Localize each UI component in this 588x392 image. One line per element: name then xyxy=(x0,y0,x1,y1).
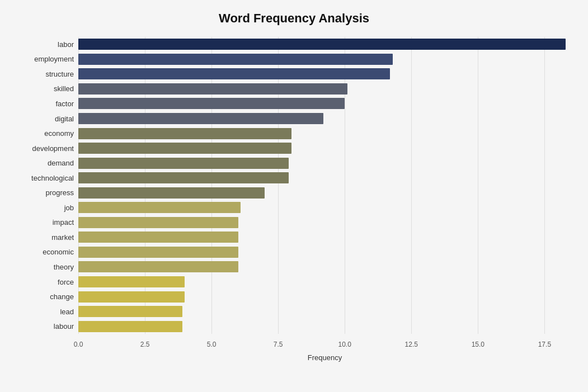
x-tick: 0.0 xyxy=(74,341,83,348)
bar-row xyxy=(78,319,571,334)
y-label: skilled xyxy=(17,82,78,96)
bar xyxy=(78,54,393,65)
bar xyxy=(78,291,185,303)
y-label: economic xyxy=(17,245,78,259)
y-label: force xyxy=(17,275,78,289)
y-label: technological xyxy=(17,171,78,185)
y-label: lead xyxy=(17,304,78,319)
bar xyxy=(78,202,241,213)
x-axis: Frequency 0.02.55.07.510.012.515.017.5 xyxy=(78,334,571,351)
y-label: labor xyxy=(17,37,78,51)
y-label: change xyxy=(17,290,78,304)
y-label: job xyxy=(17,200,78,215)
bar-row xyxy=(78,67,571,81)
bar xyxy=(78,98,345,109)
bar xyxy=(78,321,182,332)
bar-row xyxy=(78,156,571,171)
bar xyxy=(78,261,238,272)
bar-row xyxy=(78,111,571,126)
bar xyxy=(78,113,323,124)
bar xyxy=(78,128,291,139)
y-label: structure xyxy=(17,67,78,81)
bar-row xyxy=(78,186,571,200)
x-tick: 7.5 xyxy=(274,341,283,348)
x-tick: 2.5 xyxy=(140,341,150,348)
x-tick: 17.5 xyxy=(538,341,551,348)
y-label: development xyxy=(17,141,78,155)
x-tick: 5.0 xyxy=(207,341,217,348)
bar xyxy=(78,217,238,228)
bar-row xyxy=(78,52,571,67)
y-label: labour xyxy=(17,319,78,334)
x-tick: 15.0 xyxy=(472,341,484,348)
bar xyxy=(78,68,390,79)
y-label: economy xyxy=(17,126,78,141)
bar-row xyxy=(78,171,571,185)
bar-row xyxy=(78,304,571,319)
y-label: progress xyxy=(17,186,78,200)
bar xyxy=(78,276,185,287)
bar xyxy=(78,172,289,183)
bars-wrapper xyxy=(78,37,571,334)
chart-container: Word Frequency Analysis laboremployments… xyxy=(0,0,588,392)
bar-row xyxy=(78,215,571,230)
plot-area: Frequency 0.02.55.07.510.012.515.017.5 xyxy=(78,37,571,351)
bar xyxy=(78,187,265,199)
bar xyxy=(78,158,289,169)
bar xyxy=(78,232,238,243)
bar xyxy=(78,39,566,50)
chart-title: Word Frequency Analysis xyxy=(17,11,571,26)
chart-area: laboremploymentstructureskilledfactordig… xyxy=(17,37,571,351)
bar-row xyxy=(78,200,571,215)
bar xyxy=(78,306,182,317)
y-label: demand xyxy=(17,156,78,171)
bar xyxy=(78,247,238,258)
bar-row xyxy=(78,37,571,51)
bar xyxy=(78,143,291,154)
y-label: factor xyxy=(17,96,78,111)
bar-row xyxy=(78,245,571,259)
y-label: impact xyxy=(17,215,78,230)
y-axis: laboremploymentstructureskilledfactordig… xyxy=(17,37,78,351)
bar-row xyxy=(78,259,571,274)
y-label: theory xyxy=(17,259,78,274)
y-label: employment xyxy=(17,52,78,67)
bar-row xyxy=(78,230,571,244)
bar xyxy=(78,83,347,95)
bar-row xyxy=(78,275,571,289)
bar-row xyxy=(78,96,571,111)
y-label: digital xyxy=(17,111,78,126)
y-label: market xyxy=(17,230,78,244)
x-tick: 12.5 xyxy=(405,341,418,348)
bar-row xyxy=(78,290,571,304)
x-tick: 10.0 xyxy=(338,341,351,348)
bar-row xyxy=(78,126,571,141)
bar-row xyxy=(78,82,571,96)
bar-row xyxy=(78,141,571,155)
x-axis-label: Frequency xyxy=(308,353,342,362)
